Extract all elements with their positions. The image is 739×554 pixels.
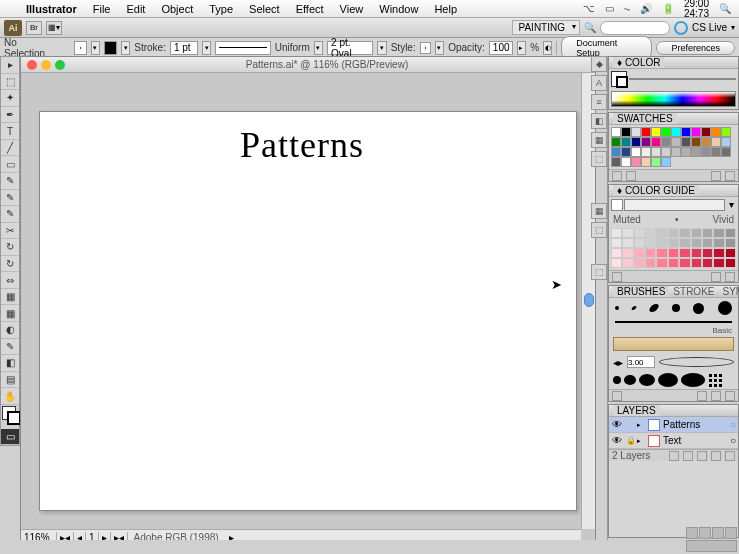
fill-dropdown[interactable]: ▾ [91,41,100,55]
dock-transparency-icon[interactable]: ⬚ [591,151,607,167]
harmony-rules-dropdown[interactable] [624,199,725,211]
layer-thumbnail[interactable] [648,435,660,447]
guide-swatch[interactable] [702,258,713,268]
swatch[interactable] [661,147,671,157]
dock-align-icon[interactable]: ▦ [591,203,607,219]
swatch[interactable] [711,137,721,147]
swatch[interactable] [651,147,661,157]
color-guide-grid[interactable] [609,226,738,270]
swatch[interactable] [611,157,621,167]
profile-dropdown[interactable]: ▾ [314,41,323,55]
guide-swatch[interactable] [668,238,679,248]
stroke-weight-stepper[interactable]: ▾ [202,41,211,55]
swatch[interactable] [691,137,701,147]
cs-live-dropdown[interactable]: CS Live [692,22,727,33]
guide-swatch[interactable] [645,228,656,238]
menu-view[interactable]: View [332,3,372,15]
fill-swatch[interactable] [74,41,87,55]
layer-row[interactable]: 👁 ▸ Patterns ○ [609,417,738,433]
cs-live-icon[interactable] [674,21,688,35]
stroke-swatch[interactable] [104,41,117,55]
guide-swatch[interactable] [656,228,667,238]
onscreen-keyboard-icon[interactable] [686,527,737,552]
guide-swatch[interactable] [691,238,702,248]
guide-swatch[interactable] [668,258,679,268]
arrange-documents-icon[interactable]: ▦▾ [46,21,62,35]
swatch[interactable] [631,147,641,157]
swatch[interactable] [611,147,621,157]
swatch[interactable] [691,127,701,137]
guide-swatch[interactable] [645,238,656,248]
dock-paragraph-icon[interactable]: ≡ [591,94,607,110]
guide-swatch[interactable] [691,248,702,258]
bridge-icon[interactable]: Br [26,21,42,35]
screen-mode-tool[interactable]: ▭ [1,429,19,446]
swatch[interactable] [711,127,721,137]
swatch[interactable] [621,147,631,157]
guide-save-icon[interactable] [725,272,735,282]
hand-tool[interactable]: ✋ [1,388,19,405]
swatch[interactable] [691,147,701,157]
swatch[interactable] [661,137,671,147]
layer-visibility-icon[interactable]: 👁 [611,419,623,430]
guide-swatch[interactable] [622,228,633,238]
opacity-input[interactable]: 100 [489,41,513,55]
blob-brush-tool[interactable]: ✎ [1,206,19,223]
selection-tool[interactable]: ▸ [1,57,19,74]
delete-layer-icon[interactable] [725,451,735,461]
guide-swatch[interactable] [679,258,690,268]
swatch[interactable] [621,127,631,137]
swatch[interactable] [651,127,661,137]
guide-swatch[interactable] [656,258,667,268]
guide-swatch[interactable] [725,248,736,258]
wifi-icon[interactable]: ⏦ [624,3,630,14]
minimize-window-button[interactable] [41,60,51,70]
guide-library-icon[interactable] [612,272,622,282]
brush-oval-row[interactable] [609,371,738,389]
menu-edit[interactable]: Edit [118,3,153,15]
brush-banner-sample[interactable] [613,337,734,351]
layer-name[interactable]: Patterns [663,419,700,430]
swatch[interactable] [701,137,711,147]
guide-swatch[interactable] [656,248,667,258]
dock-color-icon[interactable]: ◆ [591,56,607,72]
help-search-input[interactable] [600,21,670,35]
paintbrush-tool[interactable]: ✎ [1,173,19,190]
symbol-sprayer-tool[interactable]: ▤ [1,372,19,389]
new-sublayer-icon[interactable] [697,451,707,461]
layer-thumbnail[interactable] [648,419,660,431]
guide-swatch[interactable] [725,258,736,268]
guide-swatch[interactable] [611,228,622,238]
zoom-window-button[interactable] [55,60,65,70]
fill-stroke-control[interactable] [1,405,19,429]
color-fill-swatch[interactable] [611,71,627,87]
layer-lock-icon[interactable]: 🔒 [626,436,634,445]
pen-tool[interactable]: ✒ [1,107,19,124]
brush-size-input[interactable] [627,356,655,368]
close-window-button[interactable] [27,60,37,70]
layer-expand-icon[interactable]: ▸ [637,421,645,429]
brush-stepper-icon[interactable]: ◂▸ [613,357,623,368]
harmony-menu-icon[interactable]: ▾ [726,199,736,211]
swatch[interactable] [681,137,691,147]
guide-edit-icon[interactable] [711,272,721,282]
display-icon[interactable]: ▭ [605,3,614,14]
guide-swatch[interactable] [668,228,679,238]
menu-object[interactable]: Object [153,3,201,15]
recolor-artwork-icon[interactable]: ◐ [543,41,552,55]
make-clipping-mask-icon[interactable] [683,451,693,461]
layer-name[interactable]: Text [663,435,681,446]
new-layer-icon[interactable] [711,451,721,461]
variable-width-profile[interactable] [215,41,270,55]
mesh-tool[interactable]: ▦ [1,305,19,322]
swatches-tab[interactable]: SWATCHES [613,113,677,124]
guide-swatch[interactable] [645,248,656,258]
swatch-grid[interactable] [609,125,738,169]
swatch[interactable] [671,137,681,147]
layer-visibility-icon[interactable]: 👁 [611,435,623,446]
guide-swatch[interactable] [668,248,679,258]
swatch-library-icon[interactable] [612,171,622,181]
spotlight-icon[interactable]: 🔍 [719,3,731,14]
swatch[interactable] [631,157,641,167]
guide-swatch[interactable] [622,238,633,248]
